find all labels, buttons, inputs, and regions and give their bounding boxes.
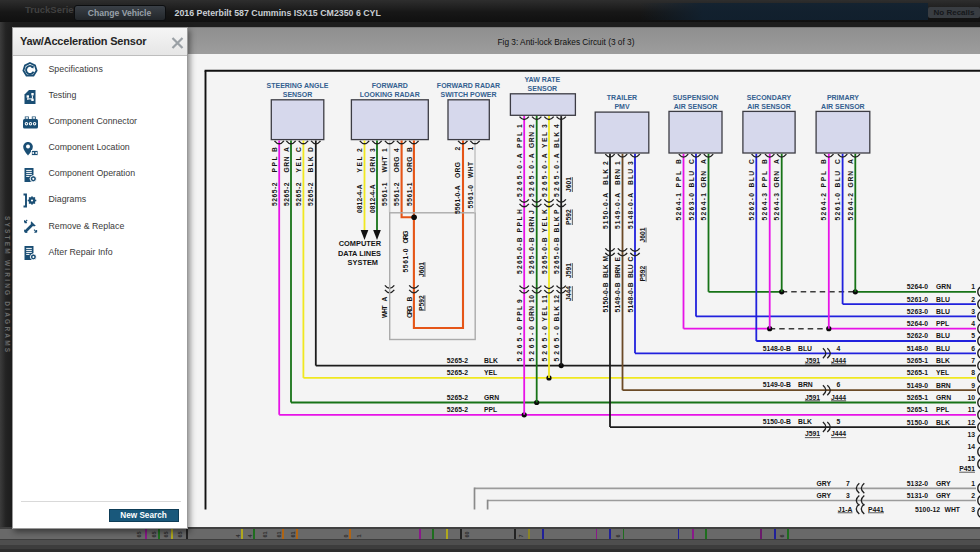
svg-text:GRN: GRN <box>528 305 535 321</box>
svg-text:BLU: BLU <box>798 344 812 351</box>
svg-text:BLK: BLK <box>602 264 609 278</box>
svg-text:5148-0: 5148-0 <box>907 344 928 351</box>
svg-text:3: 3 <box>846 491 850 498</box>
svg-text:7: 7 <box>971 357 975 364</box>
svg-text:J601: J601 <box>639 227 646 242</box>
svg-text:GRN: GRN <box>369 156 376 172</box>
svg-text:PMV: PMV <box>614 103 630 110</box>
svg-text:6: 6 <box>971 344 975 351</box>
svg-text:P592: P592 <box>565 209 572 225</box>
svg-text:B: B <box>820 159 827 164</box>
svg-text:YEL: YEL <box>936 369 949 376</box>
svg-text:5265-0-B: 5265-0-B <box>541 237 548 274</box>
svg-text:5265-0-B: 5265-0-B <box>528 237 535 274</box>
svg-text:SENSOR: SENSOR <box>283 91 313 98</box>
svg-text:5150-0-B: 5150-0-B <box>763 418 791 425</box>
svg-text:2: 2 <box>356 148 363 152</box>
svg-text:PPL: PPL <box>516 216 523 232</box>
svg-text:3: 3 <box>541 124 548 128</box>
svg-text:5561-0: 5561-0 <box>402 248 409 272</box>
svg-text:AIR SENSOR: AIR SENSOR <box>747 103 791 110</box>
svg-text:J444: J444 <box>831 393 846 400</box>
svg-text:5561-1: 5561-1 <box>406 182 413 206</box>
svg-text:13: 13 <box>967 430 975 437</box>
svg-text:5265-1: 5265-1 <box>907 393 928 400</box>
svg-text:5265-1: 5265-1 <box>907 406 928 413</box>
svg-text:11: 11 <box>541 294 548 302</box>
svg-text:12: 12 <box>967 418 975 425</box>
svg-text:C: C <box>295 147 302 152</box>
svg-text:WHT: WHT <box>945 506 961 513</box>
svg-text:5561-0: 5561-0 <box>467 184 474 208</box>
svg-text:BLK: BLK <box>553 216 560 232</box>
svg-text:5265-0-A: 5265-0-A <box>516 153 523 197</box>
svg-text:10: 10 <box>528 294 535 302</box>
svg-text:5265-0-A: 5265-0-A <box>541 153 548 197</box>
svg-text:2: 2 <box>971 295 975 302</box>
svg-text:YEL: YEL <box>295 156 302 172</box>
svg-text:GRY: GRY <box>936 491 951 498</box>
svg-text:5148-0-B: 5148-0-B <box>627 282 634 312</box>
svg-text:BLK: BLK <box>936 357 950 364</box>
svg-text:GRY: GRY <box>817 479 832 486</box>
svg-text:P: P <box>553 209 560 214</box>
svg-text:J591: J591 <box>805 430 820 437</box>
svg-text:5264-2: 5264-2 <box>820 192 827 220</box>
svg-text:AIR SENSOR: AIR SENSOR <box>674 103 718 110</box>
svg-text:2: 2 <box>602 161 609 165</box>
svg-text:J591: J591 <box>565 262 572 277</box>
svg-text:H: H <box>516 209 523 214</box>
svg-text:PPL: PPL <box>516 132 523 148</box>
svg-text:5265-2: 5265-2 <box>447 406 468 413</box>
svg-text:11: 11 <box>968 406 975 413</box>
svg-text:GRN: GRN <box>700 170 707 187</box>
svg-text:FORWARD: FORWARD <box>372 81 408 88</box>
svg-text:C: C <box>748 159 755 164</box>
svg-text:1: 1 <box>516 124 523 128</box>
svg-text:3: 3 <box>971 307 975 314</box>
svg-text:BLK: BLK <box>484 356 498 363</box>
svg-text:GRN: GRN <box>528 131 535 147</box>
svg-text:BLU: BLU <box>936 332 950 339</box>
svg-text:BLU: BLU <box>627 264 634 278</box>
svg-text:B: B <box>675 159 682 164</box>
svg-text:5264-3: 5264-3 <box>761 192 768 220</box>
svg-text:5149-0: 5149-0 <box>907 381 928 388</box>
svg-text:J444: J444 <box>831 430 846 437</box>
svg-text:B: B <box>406 296 413 301</box>
svg-text:5148-0-A: 5148-0-A <box>627 192 634 228</box>
svg-text:SECONDARY: SECONDARY <box>747 94 792 101</box>
svg-text:5265-2: 5265-2 <box>307 182 314 206</box>
svg-text:P592: P592 <box>418 295 425 311</box>
svg-text:2: 2 <box>971 491 975 498</box>
svg-text:ORG: ORG <box>406 156 413 172</box>
svg-text:BLK: BLK <box>936 418 950 425</box>
svg-text:PRIMARY: PRIMARY <box>827 94 859 101</box>
svg-text:3: 3 <box>369 148 376 152</box>
svg-text:ORG: ORG <box>454 162 461 178</box>
svg-text:5265-1: 5265-1 <box>907 369 928 376</box>
svg-text:2: 2 <box>454 146 461 150</box>
svg-text:A: A <box>381 296 388 301</box>
svg-text:E: E <box>614 256 621 261</box>
svg-text:J: J <box>528 210 535 214</box>
svg-text:YEL: YEL <box>541 306 548 322</box>
svg-text:5150-0-A: 5150-0-A <box>602 192 609 228</box>
svg-text:5149-0-B: 5149-0-B <box>763 381 791 388</box>
svg-text:5265-2: 5265-2 <box>271 182 278 206</box>
svg-text:5261-0: 5261-0 <box>834 192 841 220</box>
svg-text:5264-1: 5264-1 <box>700 192 707 220</box>
svg-text:ORG: ORG <box>402 230 409 243</box>
svg-text:3: 3 <box>971 506 975 513</box>
svg-text:5100-12: 5100-12 <box>915 506 940 513</box>
svg-text:5265-0-B: 5265-0-B <box>553 237 560 274</box>
svg-text:K: K <box>541 209 548 214</box>
svg-text:5265-2: 5265-2 <box>447 393 468 400</box>
svg-text:PPL: PPL <box>484 406 497 413</box>
svg-text:ORG: ORG <box>393 156 400 172</box>
svg-text:5265-0-A: 5265-0-A <box>553 153 560 197</box>
svg-text:LOOKING RADAR: LOOKING RADAR <box>360 91 420 98</box>
svg-text:SUSPENSION: SUSPENSION <box>673 94 719 101</box>
svg-text:PPL: PPL <box>675 171 682 188</box>
svg-text:7: 7 <box>846 479 850 486</box>
